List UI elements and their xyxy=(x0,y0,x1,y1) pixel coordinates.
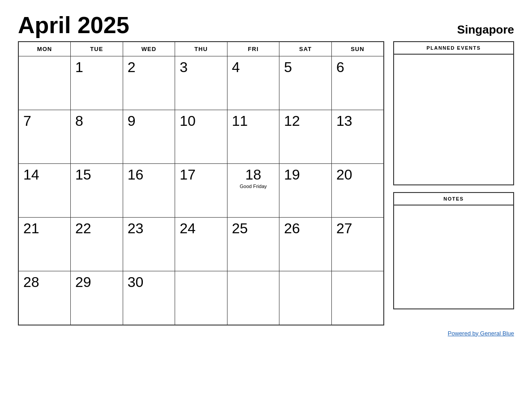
calendar-week-row-3: 1415161718Good Friday1920 xyxy=(18,164,384,218)
calendar-day-header-thu: THU xyxy=(175,42,227,56)
day-number: 18 xyxy=(232,167,275,182)
calendar-week-row-1: 123456 xyxy=(18,56,384,110)
calendar-cell: 11 xyxy=(227,110,279,164)
calendar-cell: 2 xyxy=(123,56,175,110)
day-number: 25 xyxy=(232,221,275,235)
calendar-cell: 14 xyxy=(18,164,71,218)
calendar-week-row-2: 78910111213 xyxy=(18,110,384,164)
day-number: 14 xyxy=(23,167,66,182)
day-number: 10 xyxy=(180,114,223,128)
calendar-cell: 1 xyxy=(71,56,123,110)
day-number: 21 xyxy=(23,221,66,235)
calendar-cell: 26 xyxy=(279,218,332,271)
calendar-table: MONTUEWEDTHUFRISATSUN 123456789101112131… xyxy=(18,41,384,325)
day-number: 5 xyxy=(284,60,327,74)
calendar-header-row: MONTUEWEDTHUFRISATSUN xyxy=(18,42,384,56)
day-number: 16 xyxy=(128,167,171,182)
day-number: 9 xyxy=(128,114,171,128)
calendar-cell xyxy=(175,271,227,325)
day-number: 20 xyxy=(336,167,379,182)
notes-header: NOTES xyxy=(394,193,513,206)
calendar-cell: 21 xyxy=(18,218,71,271)
calendar-day-header-sun: SUN xyxy=(331,42,384,56)
calendar-cell: 8 xyxy=(71,110,123,164)
calendar-cell: 23 xyxy=(123,218,175,271)
day-number: 2 xyxy=(128,60,171,74)
notes-box: NOTES xyxy=(393,192,514,309)
calendar-week-row-5: 282930 xyxy=(18,271,384,325)
calendar-cell: 5 xyxy=(279,56,332,110)
calendar-cell: 25 xyxy=(227,218,279,271)
calendar-cell: 3 xyxy=(175,56,227,110)
day-number: 4 xyxy=(232,60,275,74)
calendar-day-header-sat: SAT xyxy=(279,42,332,56)
calendar-cell: 6 xyxy=(331,56,384,110)
day-number: 13 xyxy=(336,114,379,128)
calendar-cell: 16 xyxy=(123,164,175,218)
planned-events-header: PLANNED EVENTS xyxy=(394,42,513,55)
day-number: 29 xyxy=(75,275,118,289)
calendar-cell: 15 xyxy=(71,164,123,218)
country-title: Singapore xyxy=(457,23,514,37)
calendar-cell: 27 xyxy=(331,218,384,271)
planned-events-content xyxy=(394,55,513,184)
day-number: 11 xyxy=(232,114,275,128)
calendar-cell: 20 xyxy=(331,164,384,218)
day-number: 8 xyxy=(75,114,118,128)
calendar-cell: 12 xyxy=(279,110,332,164)
day-number: 24 xyxy=(180,221,223,235)
day-number: 12 xyxy=(284,114,327,128)
calendar-cell: 24 xyxy=(175,218,227,271)
day-number: 6 xyxy=(336,60,379,74)
calendar-cell: 28 xyxy=(18,271,71,325)
sidebar-section: PLANNED EVENTS NOTES xyxy=(393,41,514,309)
calendar-cell xyxy=(279,271,332,325)
calendar-section: MONTUEWEDTHUFRISATSUN 123456789101112131… xyxy=(18,41,384,325)
day-number: 19 xyxy=(284,167,327,182)
calendar-cell xyxy=(18,56,71,110)
day-number: 3 xyxy=(180,60,223,74)
page-header: April 2025 Singapore xyxy=(18,13,514,37)
day-number: 1 xyxy=(75,60,118,74)
calendar-cell xyxy=(227,271,279,325)
powered-by-section: Powered by General Blue xyxy=(18,330,514,337)
day-number: 22 xyxy=(75,221,118,235)
day-number: 27 xyxy=(336,221,379,235)
notes-content xyxy=(394,206,513,308)
calendar-cell xyxy=(331,271,384,325)
planned-events-box: PLANNED EVENTS xyxy=(393,41,514,185)
calendar-day-header-fri: FRI xyxy=(227,42,279,56)
calendar-cell: 13 xyxy=(331,110,384,164)
calendar-week-row-4: 21222324252627 xyxy=(18,218,384,271)
calendar-day-header-wed: WED xyxy=(123,42,175,56)
main-layout: MONTUEWEDTHUFRISATSUN 123456789101112131… xyxy=(18,41,514,325)
calendar-cell: 29 xyxy=(71,271,123,325)
day-number: 7 xyxy=(23,114,66,128)
powered-by-link[interactable]: Powered by General Blue xyxy=(448,330,514,337)
calendar-cell: 10 xyxy=(175,110,227,164)
calendar-day-header-tue: TUE xyxy=(71,42,123,56)
calendar-cell: 19 xyxy=(279,164,332,218)
calendar-day-header-mon: MON xyxy=(18,42,71,56)
calendar-cell: 18Good Friday xyxy=(227,164,279,218)
holiday-label: Good Friday xyxy=(232,184,275,189)
calendar-cell: 7 xyxy=(18,110,71,164)
calendar-cell: 17 xyxy=(175,164,227,218)
day-number: 23 xyxy=(128,221,171,235)
calendar-cell: 9 xyxy=(123,110,175,164)
month-title: April 2025 xyxy=(18,13,129,37)
calendar-cell: 22 xyxy=(71,218,123,271)
day-number: 28 xyxy=(23,275,66,289)
calendar-cell: 4 xyxy=(227,56,279,110)
calendar-cell: 30 xyxy=(123,271,175,325)
day-number: 15 xyxy=(75,167,118,182)
day-number: 26 xyxy=(284,221,327,235)
day-number: 17 xyxy=(180,167,223,182)
day-number: 30 xyxy=(128,275,171,289)
